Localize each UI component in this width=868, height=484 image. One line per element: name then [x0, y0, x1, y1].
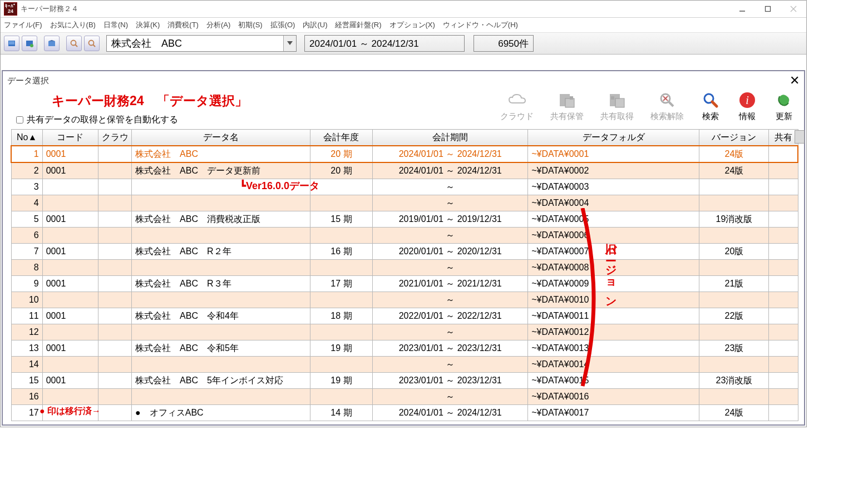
- table-row[interactable]: 6～~¥DATA¥0006: [11, 228, 798, 244]
- svg-rect-16: [565, 98, 574, 107]
- svg-rect-17: [570, 96, 573, 100]
- col-cloud[interactable]: クラウド: [98, 130, 131, 146]
- table-row[interactable]: 4～~¥DATA¥0004: [11, 195, 798, 211]
- table-row[interactable]: 10～~¥DATA¥0010: [11, 292, 798, 308]
- info-icon: i: [737, 90, 757, 110]
- data-select-panel: データ選択 ✕ キーパー財務24 「データ選択」 クラウド 共有保管 共有取得 …: [2, 70, 805, 426]
- tool-button-3[interactable]: [44, 36, 60, 51]
- menu-daily[interactable]: 日常(N): [103, 20, 128, 30]
- data-table: No▲ コード クラウド データ名 会計年度 会計期間 データフォルダ バージョ…: [11, 129, 798, 421]
- tool-button-1[interactable]: [4, 36, 19, 51]
- svg-rect-20: [611, 96, 614, 100]
- action-share-get[interactable]: 共有取得: [600, 90, 634, 122]
- table-row[interactable]: 17● オフィスABC14 期2024/01/01 ～ 2024/12/31~¥…: [11, 405, 798, 421]
- table-row[interactable]: 14～~¥DATA¥0014: [11, 357, 798, 373]
- svg-line-13: [93, 45, 95, 47]
- date-range-display[interactable]: 2024/01/01 ～ 2024/12/31: [304, 35, 465, 52]
- panel-red-title: キーパー財務24 「データ選択」: [52, 92, 248, 110]
- table-row[interactable]: 50001株式会社 ABC 消費税改正版15 期2019/01/01 ～ 201…: [11, 211, 798, 228]
- panel-close-button[interactable]: ✕: [790, 73, 800, 88]
- svg-marker-9: [48, 40, 55, 41]
- table-row[interactable]: 10001株式会社 ABC20 期2024/01/01 ～ 2024/12/31…: [11, 146, 798, 162]
- col-share[interactable]: 共有: [769, 130, 798, 146]
- action-refresh[interactable]: 更新: [774, 90, 794, 122]
- auto-share-checkbox[interactable]: [16, 116, 23, 124]
- chevron-down-icon: [283, 36, 296, 51]
- share-get-icon: [607, 90, 627, 110]
- menu-analysis[interactable]: 分析(A): [206, 20, 230, 30]
- menu-options[interactable]: オプション(X): [389, 20, 435, 30]
- table-row[interactable]: 8～~¥DATA¥0008: [11, 260, 798, 276]
- svg-line-11: [75, 45, 77, 47]
- company-name: 株式会社 ABC: [107, 37, 283, 50]
- svg-line-26: [712, 102, 717, 106]
- action-cloud[interactable]: クラウド: [500, 90, 534, 122]
- table-row[interactable]: 130001株式会社 ABC 令和5年19 期2023/01/01 ～ 2023…: [11, 340, 798, 357]
- col-name[interactable]: データ名: [132, 130, 310, 146]
- table-row[interactable]: 90001株式会社 ABC R３年17 期2021/01/01 ～ 2021/1…: [11, 276, 798, 292]
- tool-button-2[interactable]: [22, 36, 37, 51]
- titlebar: ｷｰﾊﾟ24 キーパー財務２４: [1, 1, 806, 18]
- menu-breakdown[interactable]: 内訳(U): [303, 20, 327, 30]
- col-period[interactable]: 会計期間: [373, 130, 528, 146]
- minimize-button[interactable]: [729, 1, 755, 17]
- clear-search-icon: [657, 90, 677, 110]
- table-row[interactable]: 16～~¥DATA¥0016: [11, 389, 798, 405]
- menu-file[interactable]: ファイル(F): [4, 20, 42, 30]
- action-search[interactable]: 検索: [701, 90, 721, 122]
- refresh-icon: [774, 90, 794, 110]
- panel-title: データ選択: [7, 76, 790, 86]
- table-row[interactable]: 150001株式会社 ABC 5年インボイス対応19 期2023/01/01 ～…: [11, 373, 798, 389]
- svg-line-22: [669, 102, 673, 106]
- svg-text:i: i: [746, 94, 749, 106]
- menu-window-help[interactable]: ウィンドウ・ヘルプ(H): [443, 20, 518, 30]
- close-button[interactable]: [781, 1, 806, 17]
- menu-compass[interactable]: 経営羅針盤(R): [335, 20, 381, 30]
- tool-zoom-2[interactable]: [84, 36, 100, 51]
- svg-rect-19: [615, 98, 624, 107]
- action-share-save[interactable]: 共有保管: [550, 90, 584, 122]
- col-version[interactable]: バージョン: [699, 130, 769, 146]
- search-icon: [701, 90, 721, 110]
- maximize-button[interactable]: [755, 1, 781, 17]
- svg-point-7: [30, 44, 33, 47]
- tool-zoom-1[interactable]: [66, 36, 82, 51]
- svg-marker-14: [287, 41, 293, 45]
- auto-share-label: 共有データの取得と保管を自動化する: [27, 114, 178, 126]
- svg-rect-8: [48, 41, 55, 46]
- menu-closing[interactable]: 決算(K): [136, 20, 160, 30]
- table-header: No▲ コード クラウド データ名 会計年度 会計期間 データフォルダ バージョ…: [11, 130, 798, 146]
- menu-extension[interactable]: 拡張(O): [270, 20, 295, 30]
- table-row[interactable]: 20001株式会社 ABC データ更新前20 期2024/01/01 ～ 202…: [11, 162, 798, 179]
- cloud-icon: [507, 90, 527, 110]
- action-clear-search[interactable]: 検索解除: [650, 90, 684, 122]
- col-no[interactable]: No▲: [11, 130, 42, 146]
- table-row[interactable]: 70001株式会社 ABC R２年16 期2020/01/01 ～ 2020/1…: [11, 244, 798, 260]
- share-save-icon: [557, 90, 577, 110]
- table-row[interactable]: 3～~¥DATA¥0003: [11, 179, 798, 195]
- app-title: キーパー財務２４: [21, 4, 729, 14]
- menu-favorites[interactable]: お気に入り(B): [50, 20, 96, 30]
- action-info[interactable]: i 情報: [737, 90, 757, 122]
- scrollbar[interactable]: [795, 129, 805, 424]
- svg-rect-1: [766, 7, 771, 12]
- record-count: 6950件: [474, 35, 534, 52]
- app-icon: ｷｰﾊﾟ24: [4, 2, 17, 16]
- menu-initial[interactable]: 初期(S): [238, 20, 262, 30]
- table-row[interactable]: 110001株式会社 ABC 令和4年18 期2022/01/01 ～ 2022…: [11, 308, 798, 324]
- table-row[interactable]: 12～~¥DATA¥0012: [11, 324, 798, 340]
- company-dropdown[interactable]: 株式会社 ABC: [106, 35, 297, 52]
- svg-rect-5: [9, 41, 14, 45]
- col-year[interactable]: 会計年度: [310, 130, 372, 146]
- col-code[interactable]: コード: [42, 130, 98, 146]
- col-folder[interactable]: データフォルダ: [528, 130, 699, 146]
- menubar: ファイル(F) お気に入り(B) 日常(N) 決算(K) 消費税(T) 分析(A…: [1, 18, 806, 33]
- toolbar: 株式会社 ABC 2024/01/01 ～ 2024/12/31 6950件: [1, 33, 806, 55]
- menu-tax[interactable]: 消費税(T): [167, 20, 199, 30]
